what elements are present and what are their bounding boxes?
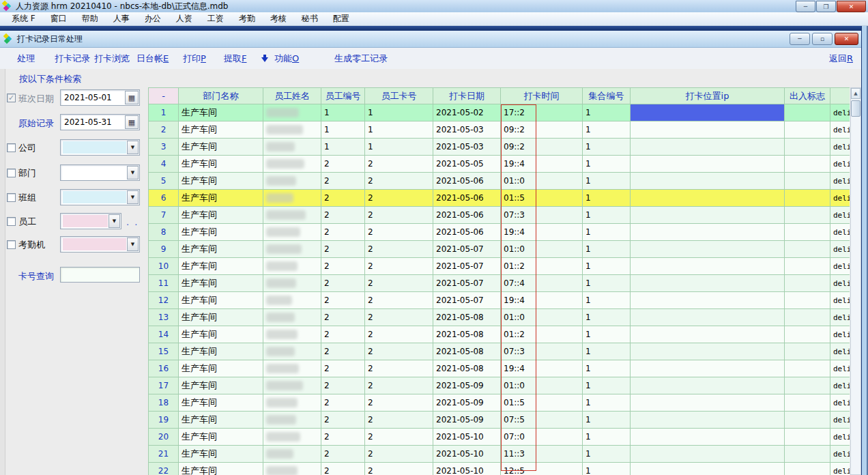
cell-emp[interactable]: 1 — [321, 121, 365, 139]
cell-emp[interactable]: 2 — [321, 429, 365, 446]
department-checkbox[interactable] — [7, 169, 16, 177]
cell-ip[interactable] — [631, 377, 785, 394]
cell-flag[interactable] — [785, 429, 830, 446]
cell-group[interactable]: 1 — [583, 190, 631, 207]
cell-tail[interactable]: deli — [830, 121, 850, 139]
cell-n[interactable]: 19 — [149, 412, 179, 429]
table-row[interactable]: 6生产车间222021-05-0601::51deli — [149, 190, 850, 207]
toolbar-item-punch-browse[interactable]: 打卡浏览 — [94, 53, 130, 65]
cell-name[interactable] — [263, 326, 321, 343]
cell-date[interactable]: 2021-05-08 — [433, 360, 501, 377]
cell-time[interactable]: 01::5 — [501, 190, 583, 207]
cell-ip[interactable] — [631, 394, 785, 412]
cell-ip[interactable] — [631, 275, 785, 292]
cell-card[interactable]: 2 — [365, 360, 433, 377]
cell-ip[interactable] — [631, 429, 785, 446]
cell-name[interactable] — [263, 360, 321, 377]
cell-flag[interactable] — [785, 139, 830, 156]
return-button[interactable]: 返回R — [829, 53, 853, 65]
cell-time[interactable]: 01::0 — [501, 377, 583, 394]
cell-name[interactable] — [263, 275, 321, 292]
employee-more-link[interactable]: . . — [126, 217, 139, 227]
cell-tail[interactable]: deli — [830, 309, 850, 326]
cell-date[interactable]: 2021-05-07 — [433, 275, 501, 292]
cell-ip[interactable] — [631, 343, 785, 360]
shift-date-checkbox[interactable]: ✓ — [7, 93, 16, 102]
cell-flag[interactable] — [785, 463, 830, 475]
cell-n[interactable]: 21 — [149, 446, 179, 463]
cell-flag[interactable] — [785, 258, 830, 275]
cell-date[interactable]: 2021-05-08 — [433, 326, 501, 343]
cell-emp[interactable]: 2 — [321, 241, 365, 258]
close-button[interactable]: ✕ — [837, 1, 866, 12]
cell-emp[interactable]: 2 — [321, 326, 365, 343]
col-header-ip[interactable]: 打卡位置ip — [631, 88, 785, 104]
cell-group[interactable]: 1 — [583, 156, 631, 173]
cell-n[interactable]: 2 — [149, 121, 179, 139]
cell-date[interactable]: 2021-05-09 — [433, 394, 501, 412]
cell-date[interactable]: 2021-05-03 — [433, 139, 501, 156]
cell-date[interactable]: 2021-05-05 — [433, 156, 501, 173]
minimize-button[interactable]: ─ — [796, 1, 815, 12]
cell-time[interactable]: 17::2 — [501, 104, 583, 121]
cell-card[interactable]: 2 — [365, 275, 433, 292]
cell-ip[interactable] — [631, 139, 785, 156]
menu-item-salary[interactable]: 工资 — [200, 12, 231, 26]
cell-tail[interactable]: deli — [830, 412, 850, 429]
cell-tail[interactable]: deli — [830, 224, 850, 241]
cell-name[interactable] — [263, 463, 321, 475]
cell-flag[interactable] — [785, 121, 830, 139]
col-header-group[interactable]: 集合编号 — [583, 88, 631, 104]
cell-name[interactable] — [263, 446, 321, 463]
cell-ip[interactable] — [631, 156, 785, 173]
cell-card[interactable]: 2 — [365, 446, 433, 463]
cell-group[interactable]: 1 — [583, 207, 631, 224]
cell-ip[interactable] — [631, 121, 785, 139]
company-select[interactable]: ▼ — [60, 139, 140, 156]
table-row[interactable]: 14生产车间222021-05-0801::21deli — [149, 326, 850, 343]
cell-name[interactable] — [263, 258, 321, 275]
table-row[interactable]: 18生产车间222021-05-0901::51deli — [149, 394, 850, 412]
cell-n[interactable]: 6 — [149, 190, 179, 207]
scrollbar-thumb[interactable] — [851, 100, 860, 117]
cell-ip[interactable] — [631, 326, 785, 343]
cell-group[interactable]: 1 — [583, 446, 631, 463]
cell-dept[interactable]: 生产车间 — [179, 139, 263, 156]
toolbar-item-function[interactable]: 功能O — [261, 53, 299, 65]
table-row[interactable]: 10生产车间222021-05-0701::21deli — [149, 258, 850, 275]
cell-ip[interactable] — [631, 309, 785, 326]
cell-n[interactable]: 5 — [149, 173, 179, 190]
cell-group[interactable]: 1 — [583, 241, 631, 258]
table-row[interactable]: 12生产车间222021-05-0719::41deli — [149, 292, 850, 309]
cell-name[interactable] — [263, 343, 321, 360]
table-row[interactable]: 2生产车间112021-05-0309::21deli — [149, 121, 850, 139]
cell-time[interactable]: 07::4 — [501, 275, 583, 292]
table-row[interactable]: 22生产车间222021-05-1012::51deli — [149, 463, 850, 475]
cell-name[interactable] — [263, 173, 321, 190]
cell-n[interactable]: 18 — [149, 394, 179, 412]
cell-emp[interactable]: 2 — [321, 360, 365, 377]
cell-time[interactable]: 01::0 — [501, 309, 583, 326]
toolbar-item-daily-ledger[interactable]: 日台帐E — [136, 53, 169, 65]
cell-name[interactable] — [263, 121, 321, 139]
cell-date[interactable]: 2021-05-06 — [433, 207, 501, 224]
cell-tail[interactable]: deli — [830, 377, 850, 394]
cell-date[interactable]: 2021-05-02 — [433, 104, 501, 121]
cell-ip[interactable] — [631, 224, 785, 241]
cell-name[interactable] — [263, 156, 321, 173]
cell-tail[interactable]: deli — [830, 360, 850, 377]
col-header-flag[interactable]: 出入标志 — [785, 88, 830, 104]
cell-emp[interactable]: 2 — [321, 207, 365, 224]
cell-dept[interactable]: 生产车间 — [179, 258, 263, 275]
cell-flag[interactable] — [785, 446, 830, 463]
cell-emp[interactable]: 2 — [321, 309, 365, 326]
cell-ip[interactable] — [631, 446, 785, 463]
cell-card[interactable]: 2 — [365, 343, 433, 360]
col-header-dept[interactable]: 部门名称 — [179, 88, 263, 104]
chevron-down-icon[interactable]: ▼ — [127, 141, 139, 154]
cell-time[interactable]: 01::5 — [501, 394, 583, 412]
cell-n[interactable]: 10 — [149, 258, 179, 275]
cell-n[interactable]: 7 — [149, 207, 179, 224]
scroll-up-icon[interactable]: ▲ — [851, 88, 860, 99]
cell-dept[interactable]: 生产车间 — [179, 360, 263, 377]
